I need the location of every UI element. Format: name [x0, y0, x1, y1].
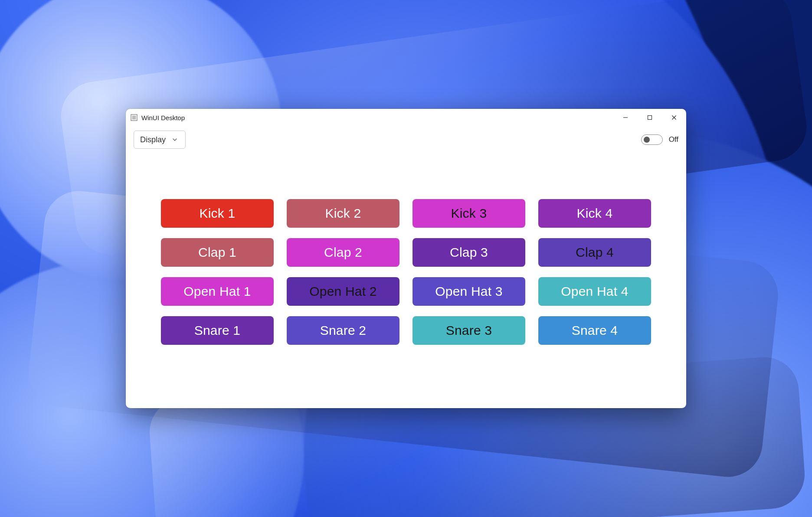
pad-label: Open Hat 2 — [309, 284, 377, 299]
minimize-button[interactable] — [613, 109, 638, 126]
pad-label: Snare 2 — [320, 323, 366, 338]
pad-kick-2[interactable]: Kick 2 — [287, 199, 399, 228]
pad-clap-3[interactable]: Clap 3 — [413, 238, 525, 267]
pad-snare-2[interactable]: Snare 2 — [287, 316, 399, 345]
pad-label: Kick 1 — [200, 206, 236, 221]
maximize-button[interactable] — [638, 109, 662, 126]
toolbar: Display Off — [126, 126, 686, 149]
pad-open-hat-4[interactable]: Open Hat 4 — [538, 277, 651, 306]
pad-label: Clap 3 — [450, 245, 488, 260]
display-dropdown[interactable]: Display — [134, 131, 186, 149]
pad-label: Kick 2 — [325, 206, 361, 221]
pad-kick-1[interactable]: Kick 1 — [161, 199, 274, 228]
toggle-label: Off — [669, 135, 678, 144]
pad-label: Clap 4 — [576, 245, 614, 260]
svg-rect-1 — [132, 116, 136, 120]
window-controls — [613, 109, 686, 126]
pad-clap-1[interactable]: Clap 1 — [161, 238, 274, 267]
pad-kick-3[interactable]: Kick 3 — [413, 199, 525, 228]
window-title: WinUI Desktop — [141, 114, 185, 121]
titlebar[interactable]: WinUI Desktop — [126, 109, 686, 126]
pad-label: Open Hat 3 — [435, 284, 502, 299]
pad-label: Kick 4 — [577, 206, 613, 221]
display-dropdown-label: Display — [140, 135, 166, 144]
pad-clap-4[interactable]: Clap 4 — [538, 238, 651, 267]
pad-open-hat-3[interactable]: Open Hat 3 — [413, 277, 525, 306]
pad-label: Snare 3 — [446, 323, 492, 338]
pad-open-hat-1[interactable]: Open Hat 1 — [161, 277, 274, 306]
close-button[interactable] — [662, 109, 686, 126]
pad-clap-2[interactable]: Clap 2 — [287, 238, 399, 267]
pad-open-hat-2[interactable]: Open Hat 2 — [287, 277, 399, 306]
toggle-switch[interactable] — [641, 134, 663, 145]
pad-label: Snare 4 — [572, 323, 618, 338]
pad-label: Snare 1 — [194, 323, 240, 338]
pad-label: Clap 2 — [324, 245, 362, 260]
pad-label: Open Hat 4 — [561, 284, 628, 299]
pad-snare-1[interactable]: Snare 1 — [161, 316, 274, 345]
pad-area: Kick 1Kick 2Kick 3Kick 4Clap 1Clap 2Clap… — [126, 149, 686, 408]
pad-label: Clap 1 — [198, 245, 236, 260]
pad-kick-4[interactable]: Kick 4 — [538, 199, 651, 228]
chevron-down-icon — [172, 137, 178, 143]
pad-label: Open Hat 1 — [183, 284, 251, 299]
app-window: WinUI Desktop Display Off — [126, 109, 686, 408]
pad-snare-4[interactable]: Snare 4 — [538, 316, 651, 345]
toggle-knob — [644, 137, 650, 143]
svg-rect-3 — [648, 116, 652, 120]
app-icon — [130, 114, 138, 121]
pad-snare-3[interactable]: Snare 3 — [413, 316, 525, 345]
pad-label: Kick 3 — [451, 206, 487, 221]
pad-grid: Kick 1Kick 2Kick 3Kick 4Clap 1Clap 2Clap… — [161, 199, 651, 345]
